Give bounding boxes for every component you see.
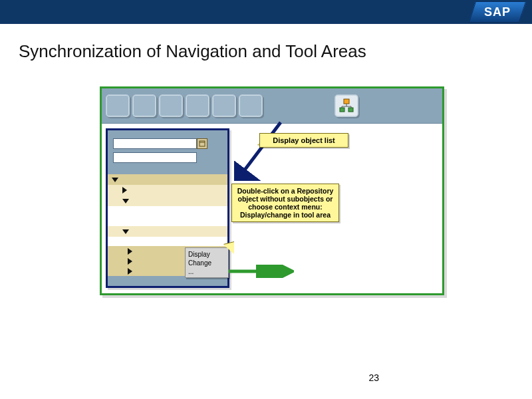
toolbar-button-3[interactable] xyxy=(159,94,183,117)
toolbar-button-5[interactable] xyxy=(212,94,236,117)
header-bar: SAP xyxy=(0,0,532,24)
callout-double-click-info: Double-click on a Repository object with… xyxy=(231,184,339,222)
svg-rect-5 xyxy=(340,108,344,112)
hierarchy-icon xyxy=(339,98,354,113)
navigation-pane: Display Change ... xyxy=(106,128,229,288)
callout-tail-2 xyxy=(223,242,234,254)
context-menu[interactable]: Display Change ... xyxy=(185,247,229,278)
triangle-closed-icon xyxy=(128,258,132,265)
tree-node-5[interactable] xyxy=(108,216,227,226)
triangle-closed-icon xyxy=(128,268,132,275)
sap-logo-text: SAP xyxy=(472,1,523,23)
svg-rect-7 xyxy=(200,141,205,146)
svg-rect-6 xyxy=(348,108,353,112)
triangle-closed-icon xyxy=(122,187,127,194)
sap-logo: SAP xyxy=(469,1,526,23)
display-object-list-button[interactable] xyxy=(334,94,358,117)
toolbar-button-2[interactable] xyxy=(132,94,156,117)
triangle-closed-icon xyxy=(128,248,132,255)
page-number: 23 xyxy=(368,372,379,383)
toolbar xyxy=(102,88,442,124)
toolbar-button-4[interactable] xyxy=(186,94,209,117)
tree-node-2[interactable] xyxy=(108,185,227,196)
triangle-open-icon xyxy=(122,229,129,234)
callout-display-object-list: Display object list xyxy=(259,133,348,148)
dropdown-icon[interactable] xyxy=(197,138,207,149)
tree-node-3[interactable] xyxy=(108,196,227,206)
tree-node-1[interactable] xyxy=(108,174,227,185)
tree-node-7[interactable] xyxy=(108,237,227,246)
nav-search-area xyxy=(108,130,227,170)
svg-rect-0 xyxy=(344,99,349,104)
context-menu-display[interactable]: Display xyxy=(188,250,225,259)
context-menu-more[interactable]: ... xyxy=(188,267,225,276)
tree-node-6[interactable] xyxy=(108,226,227,237)
tree-node-4[interactable] xyxy=(108,206,227,216)
toolbar-button-1[interactable] xyxy=(106,94,130,117)
toolbar-button-6[interactable] xyxy=(239,94,263,117)
nav-input-1[interactable] xyxy=(113,138,197,149)
context-menu-change[interactable]: Change xyxy=(188,259,225,267)
triangle-open-icon xyxy=(122,199,129,203)
triangle-open-icon xyxy=(112,178,118,182)
nav-input-2[interactable] xyxy=(113,152,197,163)
slide-title: Synchronization of Navigation and Tool A… xyxy=(19,41,366,62)
